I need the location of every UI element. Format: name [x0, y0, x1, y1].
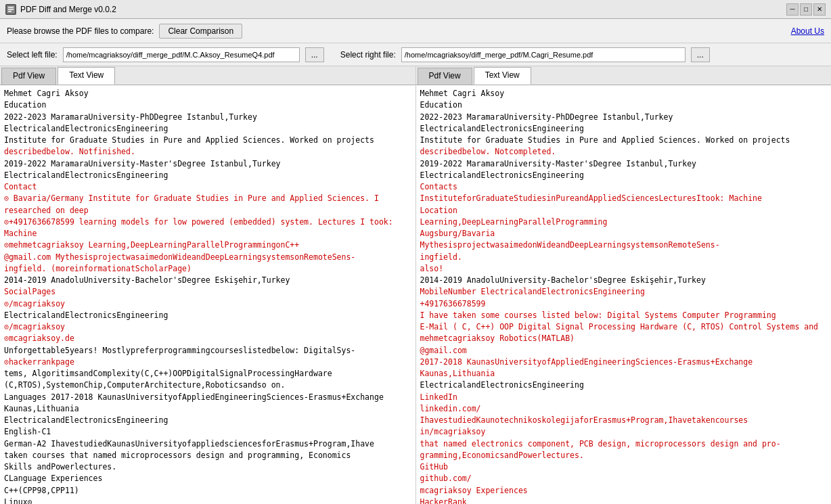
title-bar: PDF Diff and Merge v0.0.2 ─ □ ✕	[0, 0, 831, 19]
right-content-line: 2022-2023 MaramaraUniversity-PhDDegree I…	[420, 112, 828, 123]
right-content-line: mcagriaksoy Experiences	[420, 485, 828, 497]
left-content-line: (C,RTOS),SystemonChip,ComputerArchitectu…	[4, 380, 411, 391]
left-content-line: 2022-2023 MaramaraUniversity-PhDDegree I…	[4, 112, 411, 123]
left-file-label: Select left file:	[7, 50, 58, 60]
left-content-line: ⊙mehmetcagriaksoy Learning,DeepLearningP…	[4, 239, 411, 251]
left-content-line: ingfield. (moreinformationatScholarPage)	[4, 263, 411, 275]
toolbar-left: Please browse the PDF files to compare: …	[7, 24, 242, 39]
right-content-line: Location	[420, 205, 828, 216]
right-content-line: +4917636678599	[420, 298, 828, 310]
restore-button[interactable]: □	[800, 3, 812, 16]
panels-area: Pdf View Text View Mehmet Cagri AksoyEdu…	[0, 66, 831, 504]
svg-rect-1	[8, 7, 14, 8]
left-content-line: ⊙+4917636678599 learning models for low …	[4, 216, 411, 240]
right-tab-text[interactable]: Text View	[474, 67, 531, 85]
left-content-line: Education	[4, 99, 411, 111]
toolbar: Please browse the PDF files to compare: …	[0, 19, 831, 43]
right-tab-pdf[interactable]: Pdf View	[418, 68, 472, 85]
toolbar-right: About Us	[791, 26, 824, 36]
close-button[interactable]: ✕	[813, 3, 826, 16]
right-content-line: linkedin.com/	[420, 403, 828, 415]
right-content-line: Mehmet Cagri Aksoy	[420, 88, 828, 99]
minimize-button[interactable]: ─	[786, 3, 799, 16]
right-content-line: InstituteforGraduateStudiesinPureandAppl…	[420, 193, 828, 204]
right-content-line: ingfield.	[420, 252, 828, 263]
left-content-line: describedbelow. Notfinished.	[4, 146, 411, 158]
right-content-line: @gmail.com	[420, 345, 828, 357]
right-panel: Pdf View Text View Mehmet Cagri AksoyEdu…	[416, 66, 832, 504]
left-content-line: ⊙/mcagriaksoy	[4, 298, 411, 310]
right-content-line: 2017-2018 KaunasUniversityofAppliedEngin…	[420, 357, 828, 380]
left-tab-pdf[interactable]: Pdf View	[1, 68, 56, 85]
left-content-line: 2014-2019 AnadoluUniversity-Bachelor'sDe…	[4, 275, 411, 286]
svg-rect-3	[8, 11, 12, 12]
left-tab-text[interactable]: Text View	[58, 67, 115, 85]
right-tab-bar: Pdf View Text View	[416, 66, 832, 85]
right-content-line: Education	[420, 99, 828, 111]
left-content-line: taken courses that named microprocessors…	[4, 450, 411, 461]
left-content-line: German-A2 IhavestudiedKaunasUniversityof…	[4, 438, 411, 450]
file-bar: Select left file: ... Select right file:…	[0, 43, 831, 66]
svg-rect-2	[8, 9, 14, 10]
right-content-line: 2019-2022 MaramaraUniversity-Master'sDeg…	[420, 158, 828, 170]
left-content-line: Skills andPowerlectures.	[4, 461, 411, 473]
right-content-line: HackerRank	[420, 497, 828, 504]
left-content-line: Contact	[4, 181, 411, 193]
left-content-line: ElectricalandElectronicsEngineering	[4, 170, 411, 181]
left-content-line: ⊙hackerrankpage	[4, 357, 411, 368]
left-content-line: SocialPages	[4, 286, 411, 298]
right-content-line: 2014-2019 AnadoluUniversity-Bachelor'sDe…	[420, 275, 828, 286]
left-content-line: Mehmet Cagri Aksoy	[4, 88, 411, 99]
left-content-line: English-C1	[4, 426, 411, 438]
left-content-line: Languages 2017-2018 KaunasUniversityofAp…	[4, 392, 411, 403]
left-content-line: CLanguage Experiences	[4, 473, 411, 484]
left-content-line: Unforgettable5years! Mostlypreferprogram…	[4, 345, 411, 357]
right-content-line: IhavestudiedKaunotechnikoskolegijaforEra…	[420, 415, 828, 426]
left-panel: Pdf View Text View Mehmet Cagri AksoyEdu…	[0, 66, 416, 504]
right-content-line: also!	[420, 263, 828, 275]
right-content-line: ElectricalandElectronicsEngineering	[420, 170, 828, 181]
right-browse-button[interactable]: ...	[691, 47, 710, 62]
left-tab-bar: Pdf View Text View	[0, 66, 416, 85]
right-content-line: Institute for Graduate Studies in Pure a…	[420, 135, 828, 146]
left-content-line: @gmail.com MythesisprojectwasaimedonWide…	[4, 252, 411, 263]
left-content-line: Linux⊙	[4, 497, 411, 504]
right-content-line: ElectricalandElectronicsEngineering	[420, 123, 828, 135]
right-content-line: Contacts	[420, 181, 828, 193]
right-content-line: gramming,EconomicsandPowerlectures.	[420, 450, 828, 461]
right-content-line: describedbelow. Notcompleted.	[420, 146, 828, 158]
left-content-line: ⊙ Bavaria/Germany Institute for Graduate…	[4, 193, 411, 216]
right-content-line: github.com/	[420, 473, 828, 484]
right-content-line: Learning,DeepLearningParallelProgramming	[420, 216, 828, 228]
right-file-input[interactable]	[401, 47, 686, 62]
app-title: PDF Diff and Merge v0.0.2	[20, 5, 116, 14]
app-icon	[5, 4, 16, 15]
right-content-line: LinkedIn	[420, 392, 828, 403]
left-browse-button[interactable]: ...	[305, 47, 324, 62]
window-controls[interactable]: ─ □ ✕	[786, 3, 826, 16]
about-link[interactable]: About Us	[791, 26, 824, 36]
left-content-line: 2019-2022 MaramaraUniversity-Master'sDeg…	[4, 158, 411, 170]
right-content-line: Augsburg/Bavaria	[420, 228, 828, 239]
browse-label: Please browse the PDF files to compare:	[7, 26, 154, 36]
right-content-area[interactable]: Mehmet Cagri AksoyEducation2022-2023 Mar…	[416, 85, 832, 504]
right-content-line: mehmetcagriaksoy Robotics(MATLAB)	[420, 333, 828, 344]
title-bar-left: PDF Diff and Merge v0.0.2	[5, 4, 116, 15]
right-content-line: MobileNumber ElectricalandElectronicsEng…	[420, 286, 828, 298]
left-content-line: ⊙/mcagriaksoy	[4, 321, 411, 333]
left-content-line: C++(CPP98,CPP11)	[4, 485, 411, 497]
right-content-line: I have taken some courses listed below: …	[420, 310, 828, 321]
right-content-line: GitHub	[420, 461, 828, 473]
left-content-line: ElectricalandElectronicsEngineering	[4, 123, 411, 135]
right-content-line: MythesisprojectwasaimedonWideandDeepLear…	[420, 239, 828, 251]
left-content-line: ⊙mcagriaksoy.de	[4, 333, 411, 344]
right-content-line: in/mcagriaksoy	[420, 426, 828, 438]
clear-comparison-button[interactable]: Clear Comparison	[159, 24, 242, 39]
left-content-line: Institute for Graduate Studies in Pure a…	[4, 135, 411, 146]
left-content-line: Kaunas,Lithuania	[4, 403, 411, 415]
right-content-line: that named electronics component, PCB de…	[420, 438, 828, 450]
left-file-input[interactable]	[63, 47, 300, 62]
left-content-area[interactable]: Mehmet Cagri AksoyEducation2022-2023 Mar…	[0, 85, 416, 504]
right-content-line: ElectricalandElectronicsEngineering	[420, 380, 828, 391]
left-content-line: ElectricalandElectronicsEngineering	[4, 415, 411, 426]
